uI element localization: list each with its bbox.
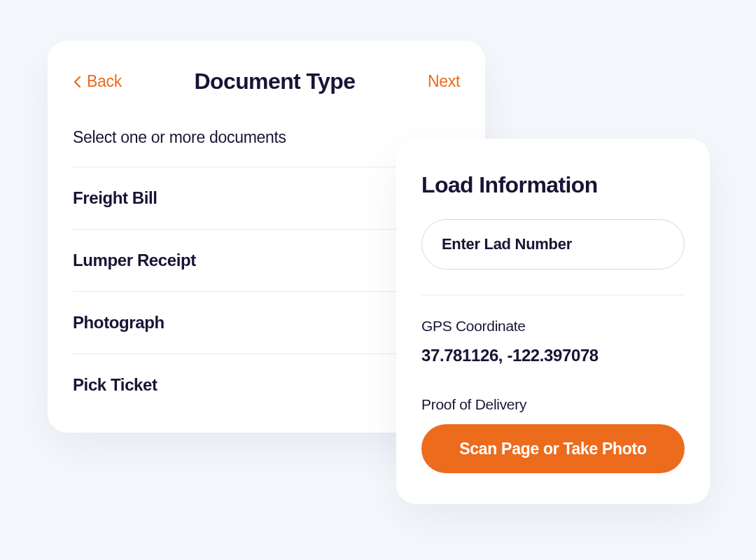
chevron-left-icon (73, 76, 81, 88)
divider (421, 295, 685, 295)
page-title: Document Type (194, 69, 355, 94)
gps-value: 37.781126, -122.397078 (421, 346, 685, 365)
load-number-input[interactable] (421, 219, 685, 270)
proof-of-delivery-label: Proof of Delivery (421, 396, 685, 413)
back-label: Back (87, 72, 122, 91)
scan-page-button[interactable]: Scan Page or Take Photo (421, 424, 685, 473)
load-information-card: Load Information GPS Coordinate 37.78112… (396, 139, 710, 504)
back-button[interactable]: Back (73, 72, 122, 91)
next-button[interactable]: Next (428, 72, 460, 91)
gps-label: GPS Coordinate (421, 318, 685, 335)
document-type-header: Back Document Type Next (73, 69, 460, 94)
load-info-title: Load Information (421, 172, 685, 198)
